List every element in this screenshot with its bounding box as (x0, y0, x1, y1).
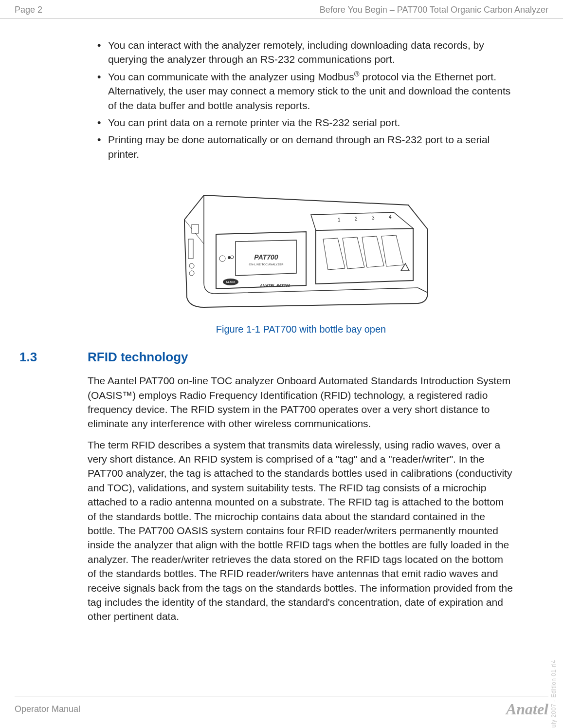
bullet-item: • You can print data on a remote printer… (97, 115, 514, 130)
bullet-text: You can communicate with the analyzer us… (108, 70, 514, 112)
doc-title: Before You Begin – PAT700 Total Organic … (320, 5, 548, 15)
svg-point-2 (228, 256, 231, 259)
device-illustration: PAT700 ON-LINE TOC ANALYZER ULTRA ANATEL… (165, 176, 437, 312)
page-footer: Operator Manual Anatel (15, 696, 548, 718)
figure-device: PAT700 ON-LINE TOC ANALYZER ULTRA ANATEL… (88, 176, 514, 314)
section-title: RFID technology (88, 350, 188, 365)
device-brand-label: ANATEL PAT700 (259, 283, 291, 288)
section-header: 1.3 RFID technology (88, 350, 514, 365)
footer-left: Operator Manual (15, 704, 80, 714)
slot-label: 4 (389, 214, 392, 220)
device-model-label: PAT700 (254, 253, 278, 261)
bullet-list: • You can interact with the analyzer rem… (97, 38, 514, 161)
bullet-dot-icon: • (97, 132, 108, 161)
svg-point-8 (189, 271, 194, 276)
svg-rect-5 (192, 224, 199, 233)
slot-label: 3 (372, 215, 375, 221)
bullet-dot-icon: • (97, 38, 108, 67)
section-number: 1.3 (19, 350, 88, 365)
bullet-item: • Printing may be done automatically or … (97, 132, 514, 161)
slot-label: 1 (338, 217, 341, 223)
footer-brand: Anatel (506, 700, 548, 718)
device-subtitle-label: ON-LINE TOC ANALYZER (249, 263, 284, 266)
bullet-text: You can interact with the analyzer remot… (108, 38, 514, 67)
bullet-item: • You can communicate with the analyzer … (97, 70, 514, 112)
bullet-text: Printing may be done automatically or on… (108, 132, 514, 161)
bullet-dot-icon: • (97, 115, 108, 130)
page-header: Page 2 Before You Begin – PAT700 Total O… (0, 0, 563, 19)
slot-label: 2 (355, 216, 358, 222)
device-logo-label: ULTRA (226, 280, 235, 283)
page-number: Page 2 (15, 5, 42, 15)
bullet-dot-icon: • (97, 70, 108, 112)
side-revision-text: WGM - 26 July 2007 - Edition 01-rl4 (550, 660, 557, 728)
section-paragraph: The term RFID describes a system that tr… (88, 438, 514, 624)
bullet-text: You can print data on a remote printer v… (108, 115, 514, 130)
bullet-item: • You can interact with the analyzer rem… (97, 38, 514, 67)
page-content: • You can interact with the analyzer rem… (0, 19, 563, 624)
figure-caption: Figure 1-1 PAT700 with bottle bay open (88, 324, 514, 335)
section-paragraph: The Aantel PAT700 on-line TOC analyzer O… (88, 373, 514, 431)
svg-point-7 (189, 263, 194, 268)
svg-rect-6 (188, 239, 193, 259)
